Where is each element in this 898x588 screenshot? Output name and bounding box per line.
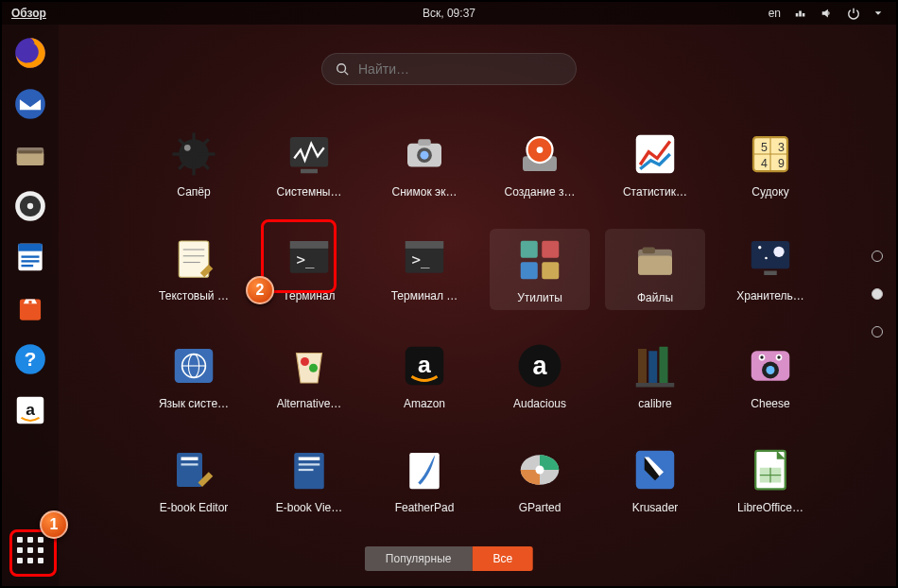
app-libreoffice[interactable]: LibreOffice… [720,441,820,518]
chevron-down-icon[interactable] [873,9,883,18]
app-calibre[interactable]: calibre [605,337,705,414]
svg-point-19 [337,64,346,73]
svg-rect-90 [181,463,199,465]
dock-firefox[interactable] [9,32,51,74]
svg-point-83 [767,366,775,374]
tab-frequent[interactable]: Популярные [365,546,473,571]
svg-rect-53 [406,241,444,249]
app-grid: Сапёр Системны… Снимок эк… Создание з… С… [144,125,820,518]
app-label: calibre [638,397,671,410]
svg-text:a: a [26,400,35,419]
dock-files[interactable] [9,134,51,176]
svg-rect-3 [17,152,44,165]
power-icon[interactable] [847,7,860,20]
app-ebook-editor[interactable]: E-book Editor [144,441,244,518]
app-label: Терминал [283,289,335,303]
app-gparted[interactable]: GParted [490,441,590,518]
workspace-dot-1[interactable] [872,251,883,262]
app-amazon[interactable]: aAmazon [374,337,475,414]
workspace-dot-2[interactable] [872,288,883,300]
svg-text:5: 5 [761,141,768,154]
svg-rect-28 [301,169,318,174]
svg-rect-4 [18,150,42,153]
app-terminal[interactable]: >_Терминал [259,229,359,310]
app-label: Amazon [404,397,445,410]
app-label: Текстовый … [159,289,229,303]
app-label: Audacious [513,397,566,410]
app-alternative[interactable]: Alternative… [259,337,359,414]
app-statistics[interactable]: Статистик… [605,125,705,202]
app-audacious[interactable]: aAudacious [490,337,590,414]
svg-rect-11 [22,260,40,262]
app-utilities-folder[interactable]: Утилиты [490,229,590,310]
svg-point-97 [536,466,544,475]
app-label: GParted [519,501,561,514]
app-label: Судоку [751,185,788,199]
svg-rect-66 [764,271,777,276]
app-label: Терминал … [391,289,458,303]
app-saper[interactable]: Сапёр [144,125,244,202]
annotation-badge-1: 1 [40,510,68,539]
svg-rect-89 [181,458,199,460]
svg-rect-79 [660,347,668,383]
svg-rect-95 [409,453,440,489]
app-featherpad[interactable]: FeatherPad [374,441,475,518]
svg-point-7 [27,203,33,209]
dock-rhythmbox[interactable] [9,185,51,227]
dock: ? a [2,25,59,586]
svg-rect-14 [28,301,31,303]
tab-all[interactable]: Все [472,546,533,571]
app-label: LibreOffice… [737,501,803,514]
app-system-monitor[interactable]: Системны… [259,125,359,202]
svg-rect-57 [521,262,538,279]
svg-rect-50 [290,241,329,249]
app-screenshot[interactable]: Снимок эк… [374,125,475,202]
svg-rect-92 [299,458,320,460]
svg-rect-12 [22,265,34,267]
dock-amazon[interactable]: a [9,389,51,431]
workspace-dot-3[interactable] [872,326,883,337]
clock-label[interactable]: Вск, 09:37 [423,7,475,20]
search-bar[interactable] [321,53,577,85]
dock-thunderbird[interactable] [9,83,51,125]
app-language[interactable]: Язык систе… [144,337,244,414]
activities-button[interactable]: Обзор [2,7,56,20]
svg-point-72 [309,364,318,372]
dock-writer[interactable] [9,236,51,278]
app-cheese[interactable]: Cheese [720,337,820,414]
language-indicator[interactable]: en [768,7,781,20]
svg-rect-60 [638,256,672,275]
app-startup-disk[interactable]: Создание з… [490,125,590,202]
app-files[interactable]: Файлы [605,229,705,310]
system-tray: en [768,7,896,20]
app-sudoku[interactable]: 5349Судоку [720,125,820,202]
app-label: Хранитель… [736,289,804,303]
svg-line-20 [345,72,349,76]
dock-software[interactable] [9,287,51,329]
network-icon[interactable] [794,7,807,20]
app-terminal-alt[interactable]: >_Терминал … [374,229,475,310]
dock-help[interactable]: ? [9,338,51,380]
volume-icon[interactable] [820,7,834,20]
svg-text:3: 3 [778,141,785,154]
svg-point-71 [301,357,309,366]
app-label: Утилиты [517,291,562,304]
app-label: Снимок эк… [392,185,458,199]
app-screensaver[interactable]: Хранитель… [720,229,820,310]
svg-text:>_: >_ [297,251,315,268]
app-krusader[interactable]: Krusader [605,441,705,518]
svg-text:9: 9 [778,157,785,170]
app-text-editor[interactable]: Текстовый … [144,229,244,310]
svg-point-86 [760,355,763,358]
svg-rect-77 [638,349,647,383]
svg-rect-9 [18,244,42,251]
svg-rect-30 [418,139,431,146]
search-input[interactable] [358,61,562,77]
app-label: Создание з… [505,185,576,199]
svg-text:>_: >_ [412,251,430,268]
app-label: Системны… [277,185,342,199]
svg-rect-10 [22,255,40,257]
svg-rect-78 [648,351,657,383]
app-ebook-viewer[interactable]: E-book Vie… [259,441,359,518]
app-label: E-book Editor [160,501,229,514]
